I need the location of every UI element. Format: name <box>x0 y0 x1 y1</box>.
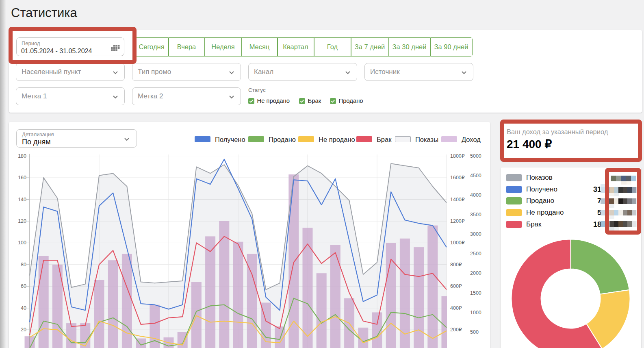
svg-text:160: 160 <box>18 175 26 181</box>
svg-text:40: 40 <box>21 305 26 311</box>
svg-text:4500: 4500 <box>470 173 481 178</box>
svg-text:2000: 2000 <box>470 270 481 276</box>
svg-text:400₽: 400₽ <box>450 305 462 311</box>
svg-text:500: 500 <box>470 329 479 335</box>
svg-text:1500: 1500 <box>470 290 481 296</box>
svg-text:1400₽: 1400₽ <box>450 197 465 202</box>
svg-text:80: 80 <box>21 262 26 268</box>
svg-text:140: 140 <box>18 197 26 202</box>
svg-text:100: 100 <box>18 240 26 246</box>
svg-text:1200₽: 1200₽ <box>450 218 465 224</box>
svg-text:1600₽: 1600₽ <box>450 175 465 181</box>
svg-text:2500: 2500 <box>470 251 481 257</box>
svg-text:3000: 3000 <box>470 231 481 237</box>
svg-text:1800₽: 1800₽ <box>450 153 465 159</box>
svg-text:120: 120 <box>18 218 26 224</box>
svg-text:20: 20 <box>21 327 26 333</box>
svg-text:3500: 3500 <box>470 212 481 218</box>
svg-text:5000: 5000 <box>470 153 481 159</box>
svg-text:180: 180 <box>18 153 26 159</box>
svg-text:1000₽: 1000₽ <box>450 240 465 246</box>
svg-text:1000: 1000 <box>470 310 481 315</box>
svg-text:60: 60 <box>21 283 26 289</box>
svg-text:800₽: 800₽ <box>450 262 462 268</box>
svg-text:600₽: 600₽ <box>450 283 462 289</box>
svg-text:200₽: 200₽ <box>450 327 462 333</box>
svg-text:4000: 4000 <box>470 192 481 198</box>
